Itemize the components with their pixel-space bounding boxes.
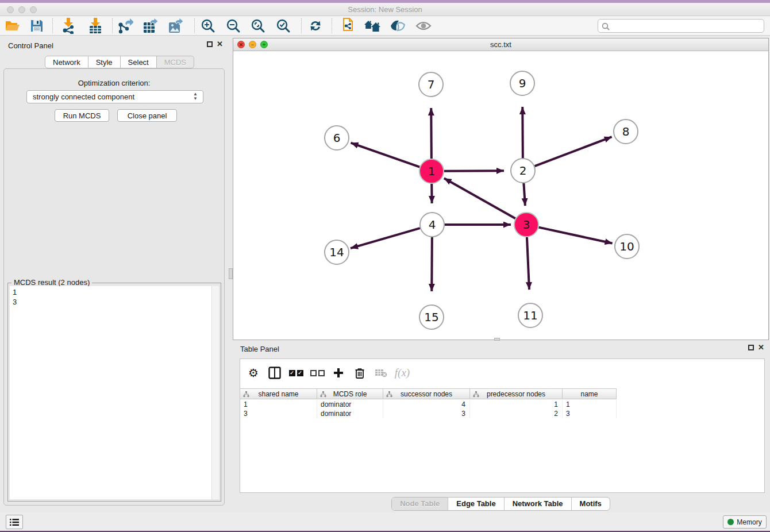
tab-edge-table[interactable]: Edge Table — [448, 498, 503, 510]
delete-table-icon[interactable] — [374, 364, 388, 381]
column-hierarchy-icon — [243, 391, 249, 398]
zoom-in-icon[interactable] — [198, 17, 218, 34]
network-canvas[interactable]: 7968124314101511 — [233, 51, 768, 340]
node-label-7: 7 — [428, 78, 435, 91]
open-session-icon[interactable] — [3, 17, 22, 34]
cell-shared-name-row2[interactable]: 3 — [240, 409, 317, 418]
criterion-dropdown[interactable]: strongly connected component ▲▼ — [26, 90, 203, 103]
tab-mcds[interactable]: MCDS — [157, 56, 194, 68]
mcds-result-box: MCDS result (2 nodes) 1 3 — [7, 283, 221, 502]
splitter-handle-vertical[interactable] — [229, 268, 233, 279]
table-row[interactable]: 3dominator323 — [240, 409, 764, 418]
zoom-fit-icon[interactable] — [248, 17, 268, 34]
criterion-value: strongly connected component — [33, 92, 134, 101]
splitter-handle-horizontal[interactable] — [494, 338, 500, 341]
delete-column-trash-icon[interactable] — [352, 364, 367, 381]
deselect-all-columns-icon[interactable] — [310, 364, 325, 381]
control-panel: Control Panel ✕ NetworkStyleSelectMCDS O… — [0, 38, 228, 506]
close-table-panel-icon[interactable]: ✕ — [758, 345, 764, 350]
node-table-container: ⚙ ✓✓ f(x) shared nameMCDS rolesuccessor … — [240, 358, 765, 493]
cell-mcds-role-row1[interactable]: dominator — [317, 400, 383, 409]
column-hierarchy-icon — [320, 391, 326, 398]
table-settings-gear-icon[interactable]: ⚙ — [246, 364, 261, 381]
network-titlebar[interactable]: ✕ − + scc.txt — [233, 38, 768, 51]
column-header-mcds-role[interactable]: MCDS role — [317, 388, 383, 399]
table-header-row: shared nameMCDS rolesuccessor nodesprede… — [240, 388, 617, 399]
home-icon[interactable] — [363, 17, 382, 34]
dropdown-stepper-icon: ▲▼ — [192, 92, 199, 101]
edge-3-1[interactable] — [444, 178, 515, 218]
export-network-icon[interactable] — [116, 17, 135, 34]
column-header-successor-nodes[interactable]: successor nodes — [383, 388, 470, 399]
mcds-panel: Optimization criterion: strongly connect… — [3, 68, 225, 506]
split-view-icon[interactable] — [267, 364, 282, 381]
table-panel-title: Table Panel — [240, 345, 279, 353]
cell-name-row1[interactable]: 1 — [563, 400, 617, 409]
add-column-icon[interactable] — [331, 364, 346, 381]
memory-label: Memory — [737, 518, 761, 526]
table-row[interactable]: 1dominator411 — [240, 400, 764, 409]
edge-1-6[interactable] — [351, 143, 420, 167]
memory-button[interactable]: Memory — [723, 515, 767, 529]
import-network-icon[interactable] — [59, 17, 78, 34]
search-icon — [602, 22, 610, 30]
result-scrollbar[interactable] — [211, 286, 219, 499]
edge-2-9[interactable] — [522, 107, 523, 158]
cell-mcds-role-row2[interactable]: dominator — [317, 409, 383, 418]
cell-successor-nodes-row1[interactable]: 4 — [383, 400, 470, 409]
function-builder-icon[interactable]: f(x) — [395, 364, 410, 381]
float-panel-icon[interactable] — [207, 41, 213, 47]
main-toolbar — [0, 16, 770, 36]
cell-successor-nodes-row2[interactable]: 3 — [383, 409, 470, 418]
hide-details-eye-icon[interactable] — [414, 17, 433, 34]
close-panel-icon[interactable]: ✕ — [217, 41, 223, 47]
edge-1-7[interactable] — [431, 108, 432, 159]
float-table-panel-icon[interactable] — [748, 345, 754, 350]
search-box — [598, 19, 764, 33]
cell-name-row2[interactable]: 3 — [563, 409, 617, 418]
control-panel-tabs: NetworkStyleSelectMCDS — [45, 56, 194, 68]
column-header-name[interactable]: name — [563, 388, 617, 399]
table-panel: Table Panel ✕ ⚙ ✓✓ f(x) shared nameMCDS — [233, 341, 769, 511]
column-hierarchy-icon — [473, 391, 479, 398]
tab-select[interactable]: Select — [121, 56, 157, 68]
cell-predecessor-nodes-row2[interactable]: 2 — [470, 409, 563, 418]
edge-2-3[interactable] — [523, 183, 525, 206]
cell-shared-name-row1[interactable]: 1 — [240, 400, 317, 409]
tab-motifs[interactable]: Motifs — [571, 498, 610, 510]
node-label-6: 6 — [333, 131, 341, 145]
node-label-2: 2 — [519, 164, 527, 178]
mcds-result-title: MCDS result (2 nodes) — [11, 278, 92, 287]
column-header-predecessor-nodes[interactable]: predecessor nodes — [470, 388, 563, 399]
select-all-columns-icon[interactable]: ✓✓ — [288, 364, 303, 381]
edge-1-2[interactable] — [444, 171, 504, 171]
edge-3-11[interactable] — [527, 237, 529, 290]
edge-4-14[interactable] — [351, 228, 420, 248]
edge-4-15[interactable] — [432, 237, 432, 291]
style-icon[interactable] — [388, 17, 407, 34]
zoom-out-icon[interactable] — [224, 17, 243, 34]
tab-network-table[interactable]: Network Table — [504, 498, 571, 510]
column-header-shared-name[interactable]: shared name — [240, 388, 317, 399]
edge-3-10[interactable] — [538, 228, 612, 244]
tab-node-table[interactable]: Node Table — [392, 498, 448, 510]
edge-2-8[interactable] — [535, 137, 612, 166]
tab-style[interactable]: Style — [88, 56, 121, 68]
cell-predecessor-nodes-row1[interactable]: 1 — [470, 400, 563, 409]
task-history-button[interactable] — [6, 515, 23, 529]
tab-network[interactable]: Network — [45, 56, 88, 68]
export-table-icon[interactable] — [141, 17, 160, 34]
save-session-icon[interactable] — [27, 17, 47, 34]
table-toolbar: ⚙ ✓✓ f(x) — [246, 363, 416, 383]
mcds-result-area[interactable]: 1 3 — [10, 286, 219, 499]
main-titlebar: Session: New Session — [0, 3, 770, 16]
export-image-icon[interactable] — [166, 17, 186, 34]
close-panel-button[interactable]: Close panel — [117, 109, 177, 122]
refresh-icon[interactable] — [306, 17, 325, 34]
duplicate-network-icon[interactable] — [337, 17, 357, 34]
statusbar: Memory — [0, 512, 770, 531]
zoom-selected-icon[interactable] — [274, 17, 293, 34]
run-mcds-button[interactable]: Run MCDS — [55, 109, 109, 122]
import-table-icon[interactable] — [86, 17, 105, 34]
search-input[interactable] — [612, 20, 761, 32]
